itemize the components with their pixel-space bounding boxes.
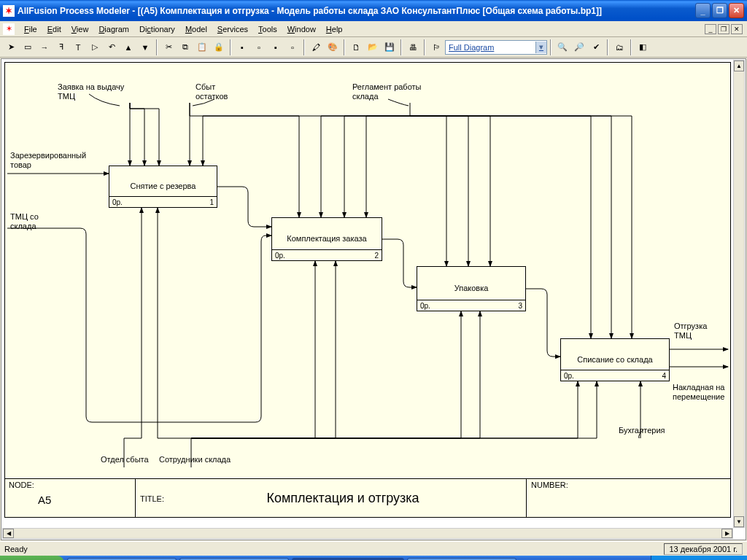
label-out-2: Накладная на перемещение (673, 383, 724, 402)
footer-node-value: A5 (38, 494, 131, 506)
menu-window[interactable]: Window (282, 25, 321, 34)
label-mech-1: Отдел сбыта (101, 455, 149, 464)
undo-loop-icon[interactable]: ↶ (104, 39, 120, 55)
menu-edit[interactable]: Edit (42, 25, 66, 34)
taskbar: пуск 📁Результаты поиска O:: Online-верси… (0, 556, 747, 560)
paste-button[interactable]: 📋 (194, 39, 210, 55)
menu-help[interactable]: Help (321, 25, 348, 34)
maximize-button[interactable]: ❐ (712, 3, 727, 18)
lock-button[interactable]: 🔒 (211, 39, 227, 55)
highlight-button[interactable]: 🖍 (308, 39, 324, 55)
tool-a[interactable]: ▪ (234, 39, 250, 55)
diagram-canvas[interactable]: Снятие с резерва 0р. 1 Комплектация зака… (1, 58, 746, 540)
activity-tool[interactable]: ▭ (20, 39, 36, 55)
diagram-page (4, 62, 731, 518)
misc-button[interactable]: ◧ (635, 39, 651, 55)
paint-button[interactable]: 🎨 (325, 39, 341, 55)
flag-button[interactable]: 🏳 (428, 39, 444, 55)
vertical-scrollbar[interactable]: ▲ ▼ (733, 60, 745, 528)
activity-box-4[interactable]: Списание со склада 0р. 4 (560, 338, 670, 381)
system-tray[interactable]: RU 21:14 (651, 556, 747, 560)
label-out-1: Отгрузка ТМЦ (674, 322, 707, 341)
open-button[interactable]: 📂 (365, 39, 381, 55)
footer-node-label: NODE: (9, 481, 34, 489)
activity-box-2[interactable]: Комплектация заказа 0р. 2 (271, 217, 382, 261)
horizontal-scrollbar[interactable]: ◀▶ (2, 528, 733, 539)
doc-icon: ✶ (3, 23, 15, 35)
menu-services[interactable]: Services (212, 25, 253, 34)
menu-dictionary[interactable]: Dictionary (134, 25, 180, 34)
menu-diagram[interactable]: Diagram (93, 25, 134, 34)
label-left-2: ТМЦ со склада (10, 212, 39, 231)
app-icon: ✶ (3, 5, 15, 17)
zoom-combo[interactable]: Full Diagram▾ (445, 40, 547, 55)
redirect-tool[interactable]: ▷ (87, 39, 103, 55)
activity-box-1[interactable]: Снятие с резерва 0р. 1 (109, 166, 217, 208)
zoomin-button[interactable]: 🔍 (554, 39, 570, 55)
zoomout-button[interactable]: 🔎 (571, 39, 587, 55)
footer-title-label: TITLE: (140, 494, 164, 503)
new-button[interactable]: 🗋 (348, 39, 364, 55)
copy-button[interactable]: ⧉ (177, 39, 193, 55)
up-tool[interactable]: ▲ (120, 39, 136, 55)
print-button[interactable]: 🖶 (405, 39, 421, 55)
menu-tools[interactable]: Tools (253, 25, 282, 34)
statusbar: Ready 13 декабря 2001 г. (0, 541, 747, 556)
arrow-tool[interactable]: → (36, 39, 53, 55)
start-button[interactable]: пуск (0, 556, 64, 560)
diagram-footer: NODE: A5 TITLE: Комплектация и отгрузка … (4, 478, 731, 518)
menu-model[interactable]: Model (180, 25, 212, 34)
toolbar: ➤ ▭ → ꟻ T ▷ ↶ ▲ ▼ ✂ ⧉ 📋 🔒 ▪ ▫ ▪ ▫ 🖍 🎨 🗋 … (0, 37, 747, 58)
footer-title-value: Комплектация и отгрузка (266, 491, 419, 506)
tree-button[interactable]: 🗂 (611, 39, 627, 55)
pointer-tool[interactable]: ➤ (3, 39, 19, 55)
mdi-minimize-button[interactable]: _ (705, 24, 716, 34)
mdi-close-button[interactable]: ✕ (731, 24, 743, 34)
status-ready: Ready (4, 545, 28, 553)
menu-file[interactable]: File (19, 25, 42, 34)
label-input-1: Заявка на выдачу ТМЦ (58, 82, 124, 101)
window-titlebar: ✶ AllFusion Process Modeler - [(А5) Комп… (0, 0, 747, 21)
label-mech-3: Бухгалтерия (619, 426, 665, 435)
label-input-2: Сбыт остатков (196, 82, 228, 101)
spellcheck-button[interactable]: ✔ (588, 39, 604, 55)
label-input-3: Регламент работы склада (352, 82, 421, 101)
footer-number-label: NUMBER: (531, 481, 568, 489)
down-tool[interactable]: ▼ (137, 39, 153, 55)
menu-view[interactable]: View (66, 25, 94, 34)
window-title: AllFusion Process Modeler - [(А5) Компле… (18, 6, 695, 16)
text-tool[interactable]: T (70, 39, 86, 55)
close-button[interactable]: ✕ (729, 3, 744, 18)
menubar: ✶ File Edit View Diagram Dictionary Mode… (0, 21, 747, 37)
label-left-1: Зарезервированный товар (10, 151, 86, 170)
save-button[interactable]: 💾 (382, 39, 398, 55)
squiggle-tool[interactable]: ꟻ (53, 39, 69, 55)
tool-d[interactable]: ▫ (285, 39, 301, 55)
status-date: 13 декабря 2001 г. (664, 543, 743, 555)
minimize-button[interactable]: _ (695, 3, 711, 18)
tool-c[interactable]: ▪ (268, 39, 284, 55)
tool-b[interactable]: ▫ (251, 39, 267, 55)
cut-button[interactable]: ✂ (160, 39, 177, 55)
mdi-restore-button[interactable]: ❐ (718, 24, 729, 34)
label-mech-2: Сотрудники склада (159, 455, 231, 464)
activity-box-3[interactable]: Упаковка 0р. 3 (417, 266, 526, 311)
